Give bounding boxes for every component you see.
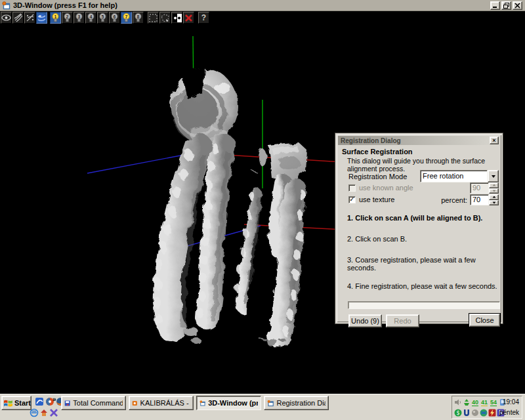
taskbar-button-label: Registration Dialog <box>276 399 326 407</box>
tray-temp-readout-2[interactable]: 41 <box>481 399 488 406</box>
close-button-dialog[interactable]: Close <box>469 314 500 327</box>
tray-ball-icon[interactable] <box>471 409 479 417</box>
start-button[interactable]: Start <box>1 396 32 410</box>
registration-progressbar <box>348 301 500 309</box>
tray-currency-icon[interactable]: $ <box>454 409 462 417</box>
light-7-button[interactable]: 7 <box>121 12 132 24</box>
texture-checkbox[interactable]: ✓ <box>348 196 356 203</box>
windows-flag-icon <box>4 399 12 408</box>
percent-label: percent: <box>436 196 467 204</box>
quicklaunch-overflow-chevron[interactable]: » <box>52 396 56 403</box>
minimize-button[interactable] <box>490 1 500 10</box>
combo-dropdown-button[interactable] <box>488 170 499 182</box>
step-3: 3. Coarse registration, please wait a fe… <box>347 256 500 272</box>
close-button[interactable] <box>513 1 522 10</box>
delete-x-icon <box>184 14 193 22</box>
light-2-button[interactable]: 2 <box>62 12 73 24</box>
svg-text:$: $ <box>456 410 459 416</box>
chevron-down-icon <box>492 190 495 192</box>
quicklaunch-x-app-icon[interactable] <box>49 408 58 417</box>
quicklaunch-ie-icon[interactable] <box>30 408 39 417</box>
redo-button: Redo <box>386 314 419 327</box>
tray-u-icon[interactable] <box>463 409 471 417</box>
known-angle-spinner: 90 <box>470 182 499 194</box>
tray-power-icon[interactable] <box>488 409 496 417</box>
total-commander-icon <box>64 399 70 408</box>
known-angle-checkbox <box>348 184 356 192</box>
eye-button[interactable] <box>1 12 12 24</box>
select-rect-icon <box>149 14 158 22</box>
light-3-button[interactable]: 3 <box>74 12 85 24</box>
eye-icon <box>1 14 11 22</box>
select-move-button <box>159 12 171 24</box>
spin-up-button <box>489 182 499 188</box>
light-6-button[interactable]: 6 <box>109 12 120 24</box>
dialog-body: Surface Registration This dialog will gu… <box>338 145 500 321</box>
desktop: 3D-Window (press F1 for help) <box>0 0 525 420</box>
spin-icon <box>26 13 35 22</box>
quicklaunch-home-icon[interactable] <box>39 408 49 417</box>
spin-down-button <box>489 188 499 194</box>
tray-temp-readout-3[interactable]: 54 <box>490 399 497 406</box>
sphere-button[interactable] <box>36 12 47 24</box>
spin-button[interactable] <box>24 12 35 24</box>
redo-label: Redo <box>394 317 411 325</box>
window-titlebar: 3D-Window (press F1 for help) <box>0 0 525 11</box>
light-8-button[interactable]: 8 <box>133 12 144 24</box>
select-move-icon <box>161 14 169 22</box>
taskbar-button-total-commander[interactable]: Total Commander 7... <box>61 396 126 410</box>
mode-combobox[interactable]: Free rotation <box>420 170 499 182</box>
registration-dialog: Registration Dialog × Surface Registrati… <box>335 133 503 324</box>
percent-spinner[interactable]: 70 <box>470 194 499 205</box>
taskbar-button-kalibralas[interactable]: KALIBRÁLÁS - ACDS... <box>129 396 194 410</box>
invert-button[interactable] <box>171 12 182 24</box>
scan-b[interactable] <box>235 142 307 346</box>
undo-button[interactable]: Undo (9) <box>348 314 382 327</box>
scan-a[interactable] <box>153 68 238 344</box>
dialog-title: Registration Dialog <box>341 137 490 144</box>
close-icon <box>514 3 520 9</box>
delete-button[interactable] <box>183 12 194 24</box>
percent-value: 70 <box>470 194 489 205</box>
step-1: 1. Click on scan A (will be aligned to B… <box>347 214 482 222</box>
known-angle-value: 90 <box>470 182 489 194</box>
light-number: 3 <box>74 14 84 20</box>
restore-button[interactable] <box>501 1 511 10</box>
light-1-button[interactable]: 1 <box>50 12 61 24</box>
system-tray: 40 41 54 $ N 19:04 péntek <box>452 396 522 419</box>
spin-down-button[interactable] <box>489 200 499 206</box>
taskbar: Start » Total Commander 7... KALIBRÁLÁS … <box>0 394 525 420</box>
dialog-close-button[interactable]: × <box>490 136 499 144</box>
orbit-button[interactable] <box>12 12 24 24</box>
dialog-titlebar: Registration Dialog × <box>338 136 500 145</box>
tray-clock-time: 19:04 <box>503 398 519 406</box>
light-number: 6 <box>110 14 119 20</box>
window-title: 3D-Window (press F1 for help) <box>13 1 490 9</box>
tray-temp-readout-1[interactable]: 40 <box>472 399 478 406</box>
undo-label: Undo (9) <box>351 317 379 325</box>
help-button[interactable]: ? <box>198 12 209 24</box>
minimize-icon <box>492 3 498 9</box>
chevron-down-icon <box>492 175 495 178</box>
mode-value: Free rotation <box>420 170 488 182</box>
taskbar-button-3d-window[interactable]: 3D-Window (press ... <box>196 396 261 410</box>
light-5-button[interactable]: 5 <box>97 12 108 24</box>
light-4-button[interactable]: 4 <box>85 12 96 24</box>
tray-globe-icon[interactable] <box>480 409 488 417</box>
light-number: 4 <box>86 14 96 20</box>
texture-label: use texture <box>359 196 394 203</box>
start-label: Start <box>14 399 31 407</box>
chevron-down-icon <box>492 201 495 203</box>
quicklaunch-app1-icon[interactable] <box>35 397 44 406</box>
spin-up-button[interactable] <box>489 194 499 200</box>
taskbar-button-label: 3D-Window (press ... <box>208 399 258 407</box>
tray-recycle-icon[interactable] <box>463 398 471 406</box>
orbit-icon <box>14 13 23 22</box>
app-icon <box>2 1 10 10</box>
toolbar: 1 2 3 4 <box>0 12 525 24</box>
taskbar-button-registration-dialog[interactable]: Registration Dialog <box>264 396 329 410</box>
taskbar-button-label: KALIBRÁLÁS - ACDS... <box>140 399 190 407</box>
tray-volume-icon[interactable] <box>454 398 462 406</box>
light-number: 5 <box>98 14 108 20</box>
known-angle-row: use known angle <box>348 184 413 192</box>
